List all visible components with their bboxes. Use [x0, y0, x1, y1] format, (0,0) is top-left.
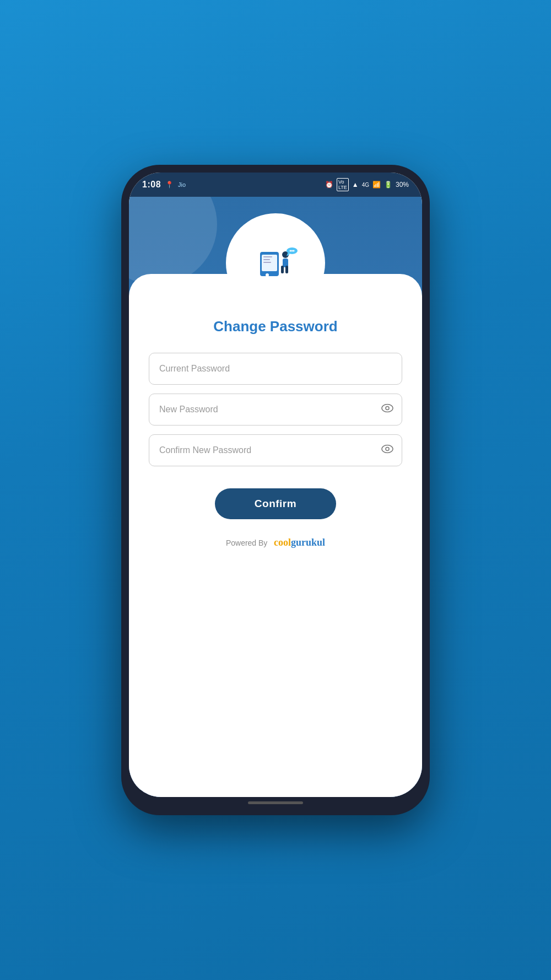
- decorative-circle: [129, 197, 217, 285]
- jio-icon: Jio: [178, 181, 186, 188]
- svg-rect-8: [281, 266, 284, 273]
- powered-by-label: Powered By: [226, 539, 267, 547]
- app-area: Change Password: [129, 197, 422, 797]
- status-icons: ⏰ VoLTE ▲ 4G 📶 🔋 30%: [325, 178, 409, 191]
- current-password-group: [149, 353, 402, 385]
- new-password-input[interactable]: [149, 394, 402, 426]
- svg-point-15: [382, 405, 393, 412]
- wifi-icon: ▲: [352, 181, 359, 189]
- svg-point-17: [382, 445, 393, 453]
- svg-point-5: [266, 273, 269, 277]
- powered-by-section: Powered By coolgurukul: [226, 537, 325, 548]
- svg-rect-3: [263, 259, 270, 260]
- home-indicator: [248, 801, 303, 804]
- phone-frame: 1:08 📍 Jio ⏰ VoLTE ▲ 4G 📶 🔋 30%: [121, 165, 430, 815]
- illustration-circle: [226, 213, 325, 313]
- alarm-icon: ⏰: [325, 181, 333, 189]
- svg-point-12: [290, 250, 291, 252]
- status-bar: 1:08 📍 Jio ⏰ VoLTE ▲ 4G 📶 🔋 30%: [129, 173, 422, 197]
- status-left: 1:08 📍 Jio: [142, 180, 186, 190]
- confirm-password-eye-icon[interactable]: [381, 445, 393, 456]
- confirm-button[interactable]: Confirm: [215, 488, 336, 519]
- current-password-input[interactable]: [149, 353, 402, 385]
- svg-point-16: [386, 407, 389, 410]
- phone-screen: 1:08 📍 Jio ⏰ VoLTE ▲ 4G 📶 🔋 30%: [129, 173, 422, 797]
- new-password-group: [149, 394, 402, 426]
- battery-icon: 🔋: [384, 181, 392, 189]
- change-password-card: Change Password: [129, 274, 422, 797]
- 4g-icon: 4G: [362, 182, 369, 188]
- svg-rect-2: [263, 256, 272, 257]
- illustration-svg: [248, 235, 303, 290]
- brand-cool: cool: [274, 537, 291, 548]
- battery-percent: 30%: [396, 181, 409, 189]
- new-password-eye-icon[interactable]: [381, 404, 393, 416]
- confirm-password-input[interactable]: [149, 434, 402, 466]
- brand-gurukul: gurukul: [291, 537, 325, 548]
- svg-rect-9: [285, 266, 288, 273]
- status-time: 1:08: [142, 180, 161, 190]
- gps-icon: 📍: [165, 181, 174, 189]
- svg-point-13: [291, 250, 293, 252]
- signal-icon: 📶: [372, 181, 381, 189]
- svg-rect-4: [263, 262, 271, 263]
- svg-point-18: [386, 448, 389, 451]
- confirm-password-group: [149, 434, 402, 466]
- page-title: Change Password: [213, 318, 337, 335]
- volte-icon: VoLTE: [337, 178, 349, 191]
- svg-point-14: [293, 250, 295, 252]
